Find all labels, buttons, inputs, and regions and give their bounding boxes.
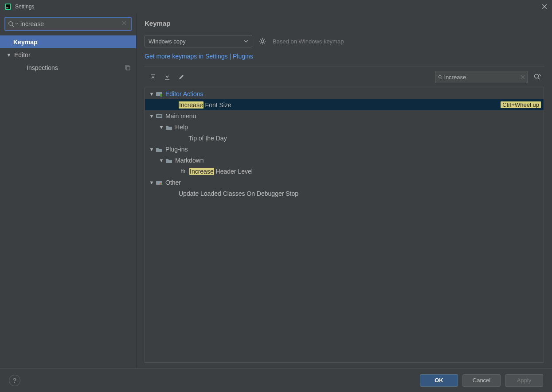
svg-line-15 [260,43,261,44]
search-icon [8,21,14,27]
header-level-icon: H↑ [180,168,187,175]
apply-button[interactable]: Apply [505,374,543,387]
tree-label: Increase Font Size [179,101,231,109]
svg-line-19 [441,78,442,79]
tree-label: Markdown [175,157,204,164]
dialog-title: Settings [15,4,34,10]
tree-label: Update Loaded Classes On Debugger Stop [179,190,298,197]
svg-rect-6 [126,66,130,70]
folder-icon [156,113,163,120]
clear-icon[interactable] [122,21,128,27]
svg-point-7 [261,40,264,43]
svg-line-13 [264,43,265,44]
chevron-down-icon: ▼ [149,113,155,119]
folder-icon [156,146,163,153]
svg-rect-26 [157,116,161,116]
folder-icon [156,90,163,97]
keymap-search-input[interactable] [442,74,521,81]
svg-rect-2 [6,8,8,8]
keymap-scheme-dropdown[interactable]: Windows copy [145,35,252,47]
tree-item-tip-of-day[interactable]: Tip of the Day [145,132,544,144]
search-icon [438,74,442,80]
folder-icon [156,179,163,186]
tree-label: Help [175,124,188,131]
folder-icon [165,157,172,164]
edit-icon[interactable] [176,71,187,83]
tree-cat-editor-actions[interactable]: ▼ Editor Actions [145,88,544,99]
sidebar-item-inspections[interactable]: Inspections [0,61,136,74]
svg-rect-23 [160,94,162,97]
collapse-all-icon[interactable] [161,71,173,83]
tree-item-update-classes[interactable]: Update Loaded Classes On Debugger Stop [145,188,544,199]
based-on-hint: Based on Windows keymap [273,38,344,45]
help-button[interactable]: ? [9,375,20,386]
app-icon [4,3,12,10]
sidebar-item-label: Inspections [27,64,58,71]
clear-icon[interactable] [521,75,525,79]
svg-point-18 [438,75,441,78]
folder-icon [165,124,172,131]
gear-icon[interactable] [258,37,266,45]
tree-label: Other [165,179,181,186]
copy-icon [125,65,131,71]
sidebar-search[interactable] [4,17,132,31]
svg-line-12 [260,39,261,40]
sidebar-item-label: Keymap [13,39,37,46]
dropdown-label: Windows copy [149,38,186,45]
find-by-shortcut-icon[interactable] [533,73,542,81]
tree-cat-help[interactable]: ▼ Help [145,121,544,132]
chevron-down-icon: ▼ [149,180,155,185]
svg-line-4 [12,25,14,27]
tree-label: Editor Actions [165,90,204,97]
expand-all-icon[interactable] [147,71,159,83]
chevron-down-icon: ▼ [158,158,164,163]
sidebar-item-editor[interactable]: ▼ Editor [0,48,136,61]
chevron-down-icon: ▼ [6,52,12,58]
tree-label: Increase Header Level [189,168,253,175]
tree-label: Plug-ins [165,146,188,153]
keymap-tree[interactable]: ▼ Editor Actions Increase Font Size Ctrl… [145,88,544,363]
dialog-button-bar: ? OK Cancel Apply [0,368,552,392]
svg-line-21 [538,78,540,80]
svg-point-3 [9,22,12,25]
tree-cat-markdown[interactable]: ▼ Markdown [145,155,544,166]
sidebar-item-keymap[interactable]: Keymap [0,35,136,48]
tree-label: Main menu [165,113,196,120]
cancel-button[interactable]: Cancel [462,374,501,387]
chevron-down-icon [244,39,248,43]
settings-dialog: Settings Keymap [0,0,552,392]
chevron-down-icon: ▼ [158,124,164,130]
tree-item-increase-header-level[interactable]: H↑ Increase Header Level [145,166,544,177]
shortcut-badge: Ctrl+Wheel up [501,101,541,108]
chevron-down-icon [15,22,19,26]
sidebar-item-label: Editor [14,51,31,58]
tree-label: Tip of the Day [188,135,227,142]
close-icon[interactable] [541,4,548,10]
keymap-toolbar [145,69,544,86]
keymap-search[interactable] [435,71,528,83]
content-pane: Keymap Windows copy Based on Windows key… [137,13,552,368]
titlebar: Settings [0,0,552,13]
get-more-keymaps-link[interactable]: Get more keymaps in Settings | Plugins [145,53,544,60]
sidebar-search-input[interactable] [19,19,122,28]
chevron-down-icon: ▼ [149,91,155,97]
tree-cat-other[interactable]: ▼ Other [145,177,544,188]
page-title: Keymap [145,19,544,27]
chevron-down-icon: ▼ [149,147,155,152]
tree-cat-plugins[interactable]: ▼ Plug-ins [145,144,544,155]
svg-rect-25 [157,115,161,116]
svg-point-20 [535,74,539,78]
svg-line-14 [264,39,265,40]
sidebar: Keymap ▼ Editor Inspections [0,13,137,368]
tree-cat-main-menu[interactable]: ▼ Main menu [145,110,544,121]
sidebar-tree: Keymap ▼ Editor Inspections [0,35,136,368]
ok-button[interactable]: OK [420,374,458,387]
tree-item-increase-font-size[interactable]: Increase Font Size Ctrl+Wheel up [145,99,544,110]
divider [145,66,544,66]
